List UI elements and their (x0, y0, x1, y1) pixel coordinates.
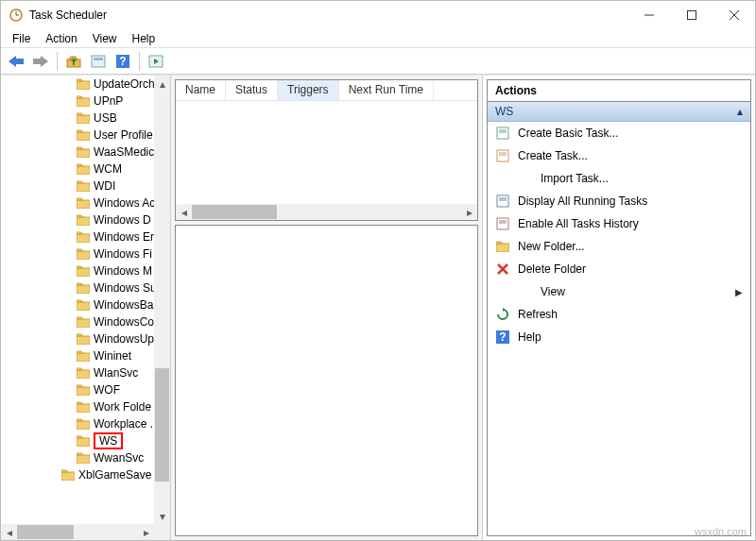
action-item[interactable]: Refresh (488, 303, 750, 326)
svg-marker-29 (77, 164, 83, 166)
scroll-thumb[interactable] (192, 205, 277, 219)
maximize-button[interactable] (670, 2, 713, 29)
collapse-icon[interactable]: ▴ (737, 105, 743, 118)
tree-item[interactable]: USB (1, 110, 170, 127)
folder-icon (77, 163, 90, 175)
svg-marker-33 (77, 198, 83, 200)
svg-marker-63 (77, 453, 83, 455)
tree-item[interactable]: WwanSvc (1, 449, 170, 466)
tree-vertical-scrollbar[interactable]: ▴ ▾ (154, 76, 170, 524)
action-item[interactable]: ?Help (488, 326, 750, 348)
tree-item-label: WindowsCo (94, 315, 154, 329)
tree-item-label: WCM (94, 162, 122, 176)
svg-text:?: ? (499, 330, 506, 344)
action-item[interactable]: Display All Running Tasks (488, 190, 750, 212)
action-item[interactable]: Enable All Tasks History (488, 212, 750, 235)
close-button[interactable] (713, 2, 755, 29)
svg-rect-28 (77, 166, 90, 175)
tree-item-label: Windows M (94, 264, 152, 278)
tree-item[interactable]: Windows Ac (1, 194, 170, 211)
menu-view[interactable]: View (85, 30, 125, 47)
properties-button[interactable] (87, 50, 110, 73)
tree-item[interactable]: XblGameSave (1, 466, 170, 483)
forward-button[interactable] (29, 50, 52, 73)
scroll-corner (154, 524, 170, 540)
svg-rect-62 (77, 455, 90, 464)
svg-rect-64 (61, 472, 75, 481)
svg-marker-47 (77, 317, 83, 319)
menu-action[interactable]: Action (38, 30, 84, 47)
tree-horizontal-scrollbar[interactable]: ◂ ▸ (1, 524, 154, 540)
tree-item[interactable]: WindowsUp (1, 330, 170, 347)
tree-item[interactable]: UPnP (1, 93, 170, 110)
tasklist-horizontal-scrollbar[interactable]: ◂ ▸ (176, 204, 477, 220)
action-label: Create Task... (518, 149, 743, 162)
svg-rect-30 (77, 183, 90, 192)
folder-icon (77, 265, 90, 277)
tree-item[interactable]: Windows Su (1, 279, 170, 296)
tree-item[interactable]: Windows Er (1, 228, 170, 245)
scroll-left-icon[interactable]: ◂ (1, 524, 17, 540)
scroll-down-icon[interactable]: ▾ (154, 508, 170, 524)
tree-item[interactable]: WlanSvc (1, 364, 170, 381)
tree-item[interactable]: WS (1, 432, 170, 449)
action-item[interactable]: Create Basic Task... (488, 122, 750, 144)
svg-rect-46 (77, 319, 90, 328)
svg-rect-36 (77, 234, 90, 243)
toolbar: ? (1, 48, 755, 75)
tree-item[interactable]: User Profile (1, 127, 170, 144)
action-item[interactable]: Delete Folder (488, 258, 750, 280)
menu-file[interactable]: File (5, 30, 38, 47)
tree-item-label: Windows Fi (94, 247, 152, 261)
minimize-button[interactable] (627, 2, 670, 29)
run-button[interactable] (145, 50, 167, 73)
tree-item[interactable]: Windows Fi (1, 245, 170, 262)
toolbar-divider-2 (139, 52, 140, 71)
svg-rect-60 (77, 438, 90, 447)
scroll-thumb[interactable] (17, 525, 74, 539)
tree-item[interactable]: UpdateOrch (1, 76, 170, 93)
actions-pane: Actions WS ▴ Create Basic Task...Create … (483, 76, 755, 540)
folder-icon (77, 112, 90, 124)
svg-rect-54 (77, 387, 90, 396)
svg-marker-31 (77, 181, 83, 183)
tree-item[interactable]: WOF (1, 381, 170, 398)
tree-item-label: UPnP (94, 94, 123, 108)
tree-item[interactable]: Wininet (1, 347, 170, 364)
tree-item-label: User Profile (94, 128, 153, 142)
action-item[interactable]: Create Task... (488, 144, 750, 167)
actions-section-title[interactable]: WS ▴ (488, 102, 750, 122)
tree-item[interactable]: Windows D (1, 211, 170, 228)
scroll-thumb[interactable] (155, 368, 169, 482)
tree-scroll: UpdateOrchUPnPUSBUser ProfileWaaSMedicWC… (1, 76, 170, 540)
tree-item[interactable]: Work Folde (1, 398, 170, 415)
up-button[interactable] (62, 50, 85, 73)
action-item[interactable]: View▶ (488, 280, 750, 303)
scroll-left-icon[interactable]: ◂ (176, 204, 192, 220)
tree-item[interactable]: WCM (1, 161, 170, 178)
column-header[interactable]: Next Run Time (339, 80, 434, 100)
tree-item[interactable]: Workplace . (1, 415, 170, 432)
menu-help[interactable]: Help (125, 30, 163, 47)
tree-item[interactable]: Windows M (1, 262, 170, 279)
action-label: New Folder... (518, 240, 743, 253)
column-header[interactable]: Status (226, 80, 278, 100)
scroll-right-icon[interactable]: ▸ (461, 204, 477, 220)
tree-item[interactable]: WDI (1, 178, 170, 194)
column-header[interactable]: Triggers (278, 80, 339, 100)
tree-item[interactable]: WindowsBa (1, 296, 170, 313)
help-button[interactable]: ? (112, 50, 134, 73)
actions-list: Create Basic Task...Create Task...Import… (488, 122, 750, 348)
action-item[interactable]: New Folder... (488, 235, 750, 258)
action-label: Refresh (518, 308, 743, 321)
create-basic-icon (495, 126, 510, 141)
tree-item[interactable]: WaaSMedic (1, 144, 170, 161)
action-item[interactable]: Import Task... (488, 167, 750, 190)
scroll-up-icon[interactable]: ▴ (154, 76, 170, 92)
svg-rect-24 (77, 132, 90, 141)
menubar: File Action View Help (1, 29, 755, 48)
back-button[interactable] (5, 50, 27, 73)
tree-item[interactable]: WindowsCo (1, 313, 170, 330)
scroll-right-icon[interactable]: ▸ (138, 524, 154, 540)
column-header[interactable]: Name (176, 80, 226, 100)
